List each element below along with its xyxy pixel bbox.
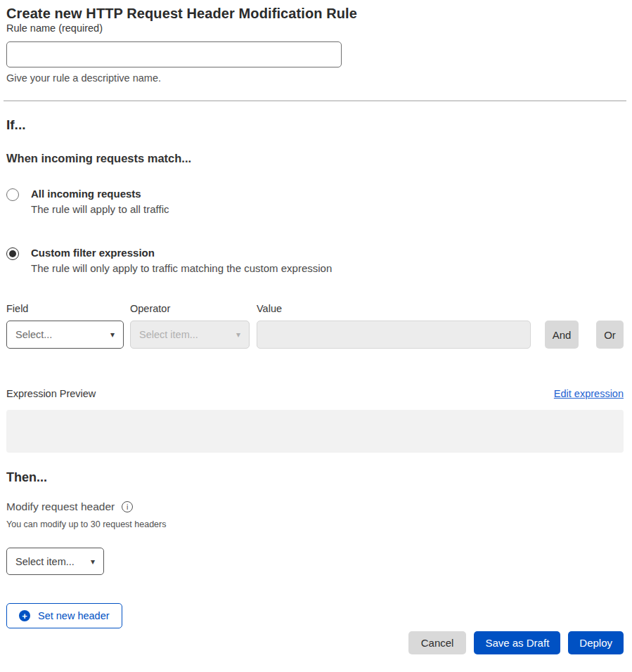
set-new-header-button[interactable]: + Set new header — [6, 603, 122, 628]
save-as-draft-button[interactable]: Save as Draft — [474, 631, 560, 654]
modify-header-row: Modify request header i — [6, 500, 624, 513]
modify-request-header-label: Modify request header — [6, 500, 115, 513]
field-column: Field Select... ▾ — [6, 303, 124, 349]
operator-column: Operator Select item... ▾ — [130, 303, 250, 349]
if-heading: If... — [6, 117, 624, 133]
rule-name-help-text: Give your rule a descriptive name. — [6, 72, 624, 84]
chevron-down-icon: ▾ — [110, 330, 115, 339]
info-icon[interactable]: i — [122, 501, 133, 512]
radio-option-custom-filter[interactable]: Custom filter expression The rule will o… — [6, 247, 624, 274]
field-select-value: Select... — [15, 329, 52, 340]
chevron-down-icon: ▾ — [236, 330, 240, 339]
rule-name-label: Rule name (required) — [6, 22, 103, 34]
operator-select-value: Select item... — [139, 329, 198, 340]
radio-checked-icon[interactable] — [6, 247, 19, 260]
radio-unchecked-icon[interactable] — [6, 188, 19, 201]
header-limit-note: You can modify up to 30 request headers — [6, 519, 624, 529]
expression-builder-row: Field Select... ▾ Operator Select item..… — [6, 303, 624, 349]
deploy-button[interactable]: Deploy — [568, 631, 624, 654]
value-label: Value — [257, 303, 531, 314]
expression-preview-label: Expression Preview — [6, 388, 96, 399]
edit-expression-link[interactable]: Edit expression — [554, 388, 624, 399]
expression-preview-header: Expression Preview Edit expression — [6, 388, 624, 399]
or-button[interactable]: Or — [596, 321, 624, 349]
set-new-header-label: Set new header — [38, 610, 110, 621]
field-select[interactable]: Select... ▾ — [6, 321, 124, 349]
header-item-select[interactable]: Select item... ▾ — [6, 548, 104, 575]
radio-label: Custom filter expression — [31, 247, 332, 259]
when-match-subheading: When incoming requests match... — [6, 152, 624, 165]
cancel-button[interactable]: Cancel — [408, 631, 467, 654]
operator-select: Select item... ▾ — [130, 321, 250, 349]
operator-label: Operator — [130, 303, 250, 314]
chevron-down-icon: ▾ — [91, 557, 95, 566]
and-button[interactable]: And — [545, 321, 579, 349]
match-radio-group: All incoming requests The rule will appl… — [6, 188, 624, 274]
create-rule-page: Create new HTTP Request Header Modificat… — [0, 0, 632, 654]
value-column: Value — [257, 303, 531, 349]
rule-name-input[interactable] — [6, 41, 342, 67]
plus-circle-icon: + — [19, 610, 30, 621]
value-input — [257, 321, 531, 349]
page-title: Create new HTTP Request Header Modificat… — [6, 6, 624, 22]
radio-description: The rule will apply to all traffic — [31, 203, 169, 215]
footer-actions: Cancel Save as Draft Deploy — [6, 631, 624, 654]
field-label: Field — [6, 303, 124, 314]
radio-label: All incoming requests — [31, 188, 169, 200]
section-divider — [4, 101, 626, 101]
then-heading: Then... — [6, 470, 624, 485]
expression-preview-box — [6, 410, 624, 453]
radio-description: The rule will only apply to traffic matc… — [31, 262, 332, 274]
radio-option-all-incoming[interactable]: All incoming requests The rule will appl… — [6, 188, 624, 215]
header-item-select-value: Select item... — [15, 556, 75, 567]
